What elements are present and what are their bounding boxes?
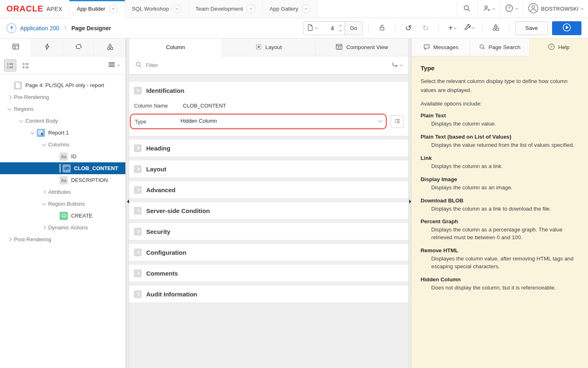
center-tab-component-view[interactable]: Component View — [316, 38, 408, 56]
filter-input[interactable] — [146, 62, 387, 68]
expand-section-icon[interactable] — [134, 228, 142, 236]
section-identification-header[interactable]: Identification — [129, 82, 408, 99]
tree-item-regions[interactable]: Regions — [0, 103, 125, 115]
tree-expand-toggle[interactable] — [28, 132, 37, 134]
help-menu-button[interactable]: ? — [500, 0, 523, 18]
order-by-processing-button[interactable]: 12 — [4, 59, 16, 72]
tree-item-id[interactable]: AaID — [0, 150, 125, 162]
tree-item-columns[interactable]: Columns — [0, 139, 125, 150]
administration-menu-button[interactable] — [477, 0, 500, 18]
type-select[interactable]: Hidden Column — [180, 114, 382, 128]
create-menu-button[interactable]: + — [445, 21, 459, 35]
tree-item-content-body[interactable]: Content Body — [0, 115, 125, 127]
tree-expand-toggle[interactable] — [39, 191, 48, 193]
tree-item-label: Attributes — [48, 189, 71, 195]
undo-button[interactable]: ↺ — [401, 21, 416, 35]
shared-components-button[interactable] — [488, 21, 503, 35]
user-menu-button[interactable]: BOSTROWSKI — [523, 0, 588, 18]
lock-page-button[interactable] — [374, 21, 389, 35]
right-splitter[interactable] — [408, 38, 412, 368]
help-options-label: Available options include: — [421, 101, 579, 107]
section-header[interactable]: Comments — [129, 265, 408, 282]
tree-item-post-rendering[interactable]: Post-Rendering — [0, 233, 125, 245]
tree-item-attributes[interactable]: Attributes — [0, 186, 125, 198]
tree-menu-button[interactable] — [107, 60, 121, 70]
left-tab-dynamic-actions[interactable] — [31, 38, 63, 56]
tree-item-create[interactable]: CREATE — [0, 210, 125, 222]
tab-label: Layout — [265, 44, 282, 50]
section-header[interactable]: Heading — [129, 139, 408, 157]
app-tab-sql-workshop[interactable]: SQL Workshop — [125, 0, 189, 18]
tab-menu-icon[interactable] — [173, 4, 181, 13]
tree-item-pre-rendering[interactable]: Pre-Rendering — [0, 91, 125, 103]
page-picker-button[interactable] — [303, 22, 321, 35]
run-page-button[interactable] — [552, 21, 581, 35]
column-name-value: CLOB_CONTENT — [183, 103, 226, 109]
tree-item-page-4-pl-sql-api-only-report[interactable]: Page 4: PL/SQL API only - report — [0, 79, 125, 91]
app-tab-team-development[interactable]: Team Development — [189, 0, 263, 18]
section-title: Layout — [146, 166, 166, 173]
collapse-section-icon[interactable] — [134, 87, 142, 94]
tree-item-report-1[interactable]: Report 1 — [0, 127, 125, 139]
tree-item-region-buttons[interactable]: Region Buttons — [0, 198, 125, 210]
tab-label: Messages — [433, 44, 459, 50]
collapse-left-icon[interactable] — [125, 200, 129, 204]
left-splitter[interactable] — [126, 38, 129, 368]
tree-expand-toggle[interactable] — [5, 96, 14, 99]
header-actions: ? BOSTROWSKI — [456, 0, 588, 18]
expand-section-icon[interactable] — [134, 249, 142, 256]
left-tab-rendering[interactable] — [0, 38, 31, 56]
left-tab-shared-components[interactable] — [94, 38, 125, 56]
quick-pick-button[interactable] — [391, 115, 403, 128]
tree-expand-toggle[interactable] — [5, 238, 14, 241]
page-selector-group: Go — [303, 21, 363, 35]
page-number-stepper[interactable] — [336, 22, 344, 35]
tree-expand-toggle[interactable] — [39, 226, 48, 229]
up-level-icon[interactable] — [7, 23, 16, 33]
tab-menu-icon[interactable] — [109, 4, 118, 13]
tree-item-clob-content[interactable]: CLOB_CONTENT — [0, 162, 125, 174]
app-tab-app-gallery[interactable]: App Gallery — [263, 0, 318, 18]
section-header[interactable]: Security — [129, 223, 408, 240]
tab-menu-icon[interactable] — [247, 4, 255, 13]
section-title: Server-side Condition — [146, 207, 210, 214]
tab-menu-icon[interactable] — [302, 4, 310, 13]
left-tab-processing[interactable] — [63, 38, 94, 56]
expand-section-icon[interactable] — [134, 269, 142, 277]
tree-item-dynamic-actions[interactable]: Dynamic Actions — [0, 222, 125, 233]
global-search-button[interactable] — [456, 0, 477, 18]
expand-section-icon[interactable] — [134, 165, 142, 173]
expand-section-icon[interactable] — [134, 207, 142, 215]
section-header[interactable]: Advanced — [129, 181, 408, 198]
collapse-right-icon[interactable] — [409, 200, 413, 204]
expand-section-icon[interactable] — [134, 186, 142, 194]
section-header[interactable]: Configuration — [129, 244, 408, 261]
tree-expand-toggle[interactable] — [16, 120, 25, 122]
page-number-input[interactable] — [321, 22, 336, 35]
utilities-menu-button[interactable] — [462, 21, 477, 35]
property-groups: Identification Column Name CLOB_CONTENT … — [129, 74, 408, 368]
redo-button[interactable]: ↻ — [418, 21, 433, 35]
breadcrumb-application-link[interactable]: Application 200 — [20, 25, 59, 31]
expand-section-icon[interactable] — [134, 144, 142, 152]
breadcrumb-current-page: Page Designer — [71, 25, 111, 31]
right-tab-messages[interactable]: Messages — [412, 38, 470, 56]
center-tab-column[interactable]: Column — [129, 38, 222, 56]
order-by-type-button[interactable] — [20, 59, 32, 72]
help-option-description: Displays the column as a percentage grap… — [431, 226, 579, 242]
right-tab-page-search[interactable]: Page Search — [470, 38, 529, 56]
go-button[interactable]: Go — [344, 22, 362, 35]
expand-section-icon[interactable] — [134, 290, 142, 298]
save-button[interactable]: Save — [515, 21, 548, 35]
tree-expand-toggle[interactable] — [39, 203, 48, 205]
go-to-group-button[interactable] — [391, 61, 402, 70]
section-header[interactable]: Server-side Condition — [129, 202, 408, 219]
tree-item-description[interactable]: AaDESCRIPTION — [0, 174, 125, 186]
section-header[interactable]: Layout — [129, 160, 408, 177]
section-header[interactable]: Audit Information — [129, 285, 408, 303]
center-tab-layout[interactable]: Layout — [222, 38, 315, 56]
tree-expand-toggle[interactable] — [5, 108, 14, 110]
tree-expand-toggle[interactable] — [39, 144, 48, 146]
app-tab-app-builder[interactable]: App Builder — [69, 0, 125, 18]
right-tab-help[interactable]: ? Help — [530, 38, 588, 56]
